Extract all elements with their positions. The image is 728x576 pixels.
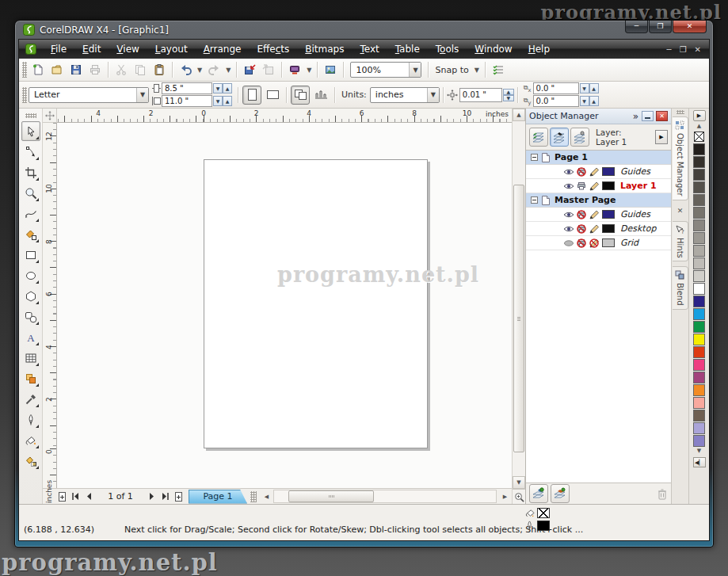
color-swatch[interactable] — [693, 334, 705, 345]
new-layer-button[interactable] — [529, 484, 548, 503]
collapse-icon[interactable] — [531, 154, 538, 161]
chevron-down-icon[interactable]: ▼ — [136, 88, 148, 102]
toolbox-grip[interactable] — [25, 113, 36, 118]
vertical-scrollbar[interactable] — [513, 121, 525, 476]
smart-fill-tool[interactable] — [21, 224, 40, 244]
spin-up-icon[interactable]: ▲ — [589, 96, 599, 106]
mdi-close-icon[interactable]: ✕ — [695, 45, 701, 54]
open-button[interactable] — [48, 60, 67, 79]
previous-page-button[interactable] — [82, 490, 96, 503]
zoom-level-combo[interactable]: 100% ▼ — [350, 62, 421, 78]
spin-up-icon[interactable]: ▲ — [223, 83, 232, 93]
print-button[interactable] — [86, 60, 105, 79]
menu-file[interactable]: File — [43, 41, 74, 57]
layer-name[interactable]: Guides — [620, 209, 650, 219]
menu-view[interactable]: View — [109, 41, 147, 57]
pan-zoom-button[interactable] — [513, 489, 525, 504]
fill-tool[interactable] — [21, 430, 40, 450]
chevron-down-icon[interactable]: ▼ — [304, 67, 314, 74]
layer-row[interactable]: Guides — [526, 165, 671, 179]
menu-effects[interactable]: Effects — [249, 41, 297, 57]
color-swatch[interactable] — [693, 194, 705, 206]
spin-up-icon[interactable]: ▲ — [223, 96, 232, 106]
printer-disabled-icon[interactable] — [575, 224, 588, 234]
save-button[interactable] — [67, 60, 86, 79]
printer-disabled-icon[interactable] — [575, 167, 588, 177]
tab-blend[interactable]: Blend — [673, 266, 688, 309]
menu-tools[interactable]: Tools — [428, 41, 467, 57]
page-area[interactable] — [204, 159, 428, 448]
close-button[interactable]: ✕ — [673, 21, 707, 33]
pencil-icon[interactable] — [588, 224, 600, 234]
units-combo[interactable]: inches ▼ — [370, 87, 440, 103]
show-object-properties-button[interactable] — [529, 128, 548, 147]
layer-name[interactable]: Layer 1 — [620, 181, 657, 191]
pagenav-splitter[interactable] — [250, 491, 257, 502]
color-swatch[interactable] — [693, 346, 705, 358]
undo-button[interactable] — [176, 60, 195, 79]
horizontal-ruler[interactable]: inches 420246810 — [57, 109, 512, 123]
ruler-origin[interactable] — [43, 109, 57, 123]
duplicate-x-field[interactable]: 0.0 " — [533, 82, 579, 94]
layer-name[interactable]: Grid — [620, 238, 638, 248]
docker-chevron-icon[interactable]: » — [633, 111, 638, 122]
polygon-tool[interactable] — [21, 286, 40, 306]
palette-scroll-up-icon[interactable]: ▲ — [697, 123, 701, 131]
visibility-eye-icon[interactable] — [562, 167, 575, 177]
printer-disabled-icon[interactable] — [575, 210, 588, 219]
next-page-button[interactable] — [145, 490, 158, 503]
nudge-field[interactable]: 0.01 " — [459, 88, 502, 102]
toolbar-grip[interactable] — [22, 62, 27, 78]
welcome-screen-button[interactable] — [321, 60, 340, 79]
layer-color-swatch[interactable] — [602, 224, 615, 233]
snap-to-label[interactable]: Snap to — [435, 65, 468, 75]
docker-minimize-button[interactable] — [642, 111, 654, 121]
spin-down-icon[interactable]: ▼ — [213, 83, 223, 93]
color-swatch[interactable] — [693, 143, 705, 155]
layer-row[interactable]: Desktop — [526, 222, 671, 236]
edit-across-layers-button[interactable] — [550, 128, 569, 147]
color-swatch[interactable] — [693, 308, 705, 320]
color-swatch[interactable] — [693, 257, 705, 269]
pencil-icon[interactable] — [588, 210, 600, 219]
layer-row[interactable]: Guides — [526, 208, 671, 222]
application-launcher-button[interactable] — [285, 60, 304, 79]
scroll-left-icon[interactable]: ◀ — [260, 490, 273, 503]
paper-height-field[interactable]: 11.0 " — [162, 95, 212, 107]
first-page-button[interactable] — [69, 490, 82, 503]
collapse-icon[interactable] — [531, 196, 538, 204]
minimize-button[interactable]: ─ — [625, 21, 648, 33]
shape-tool[interactable] — [21, 142, 40, 162]
menu-bitmaps[interactable]: Bitmaps — [297, 41, 352, 57]
color-swatch[interactable] — [693, 181, 705, 193]
printer-disabled-icon[interactable] — [575, 238, 588, 248]
fill-color-swatch[interactable] — [537, 508, 550, 518]
scroll-up-icon[interactable]: ▲ — [513, 109, 525, 121]
color-swatch[interactable] — [693, 270, 705, 282]
scroll-right-icon[interactable]: ▶ — [498, 490, 512, 503]
layer-manager-view-button[interactable] — [570, 128, 589, 147]
docker-flyout-button[interactable]: ▶ — [655, 130, 668, 144]
portrait-button[interactable] — [242, 86, 261, 105]
paper-width-field[interactable]: 8.5 " — [162, 82, 212, 94]
menu-table[interactable]: Table — [387, 41, 428, 57]
layer-row[interactable]: Layer 1 — [526, 179, 671, 193]
palette-scroll-down-icon[interactable]: ▼ — [697, 448, 701, 456]
tab-hints[interactable]: ? Hints — [673, 221, 688, 262]
table-tool[interactable] — [21, 348, 40, 368]
vertical-scroll-thumb[interactable] — [513, 185, 524, 452]
export-button[interactable] — [259, 60, 278, 79]
last-page-button[interactable] — [158, 490, 172, 503]
copy-button[interactable] — [131, 60, 150, 79]
layer-name[interactable]: Desktop — [620, 223, 656, 234]
color-swatch[interactable] — [693, 156, 705, 168]
color-swatch[interactable] — [693, 169, 705, 181]
all-pages-button[interactable] — [291, 86, 310, 105]
layer-color-swatch[interactable] — [602, 181, 615, 190]
spin-down-icon[interactable]: ▼ — [503, 95, 514, 101]
palette-expand-button[interactable]: ◀▏ — [693, 457, 706, 467]
menu-text[interactable]: Text — [352, 41, 387, 57]
basic-shapes-tool[interactable] — [21, 307, 40, 326]
pencil-icon[interactable] — [588, 181, 600, 191]
chevron-down-icon[interactable]: ▼ — [427, 88, 439, 102]
